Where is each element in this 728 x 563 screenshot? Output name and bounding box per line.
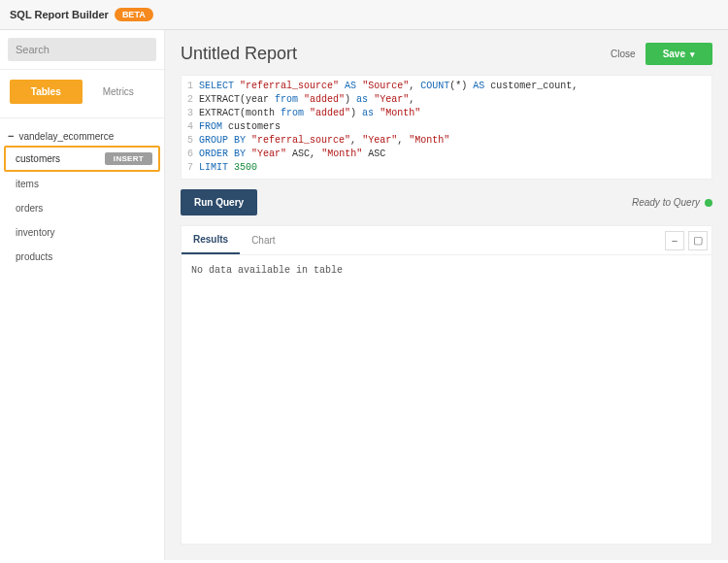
table-label: items xyxy=(16,179,39,189)
search-container xyxy=(0,30,164,70)
insert-button[interactable]: INSERT xyxy=(105,152,152,165)
table-item-products[interactable]: products xyxy=(0,245,164,269)
table-item-inventory[interactable]: inventory xyxy=(0,220,164,245)
report-title[interactable]: Untitled Report xyxy=(181,44,297,64)
no-data-message: No data available in table xyxy=(182,255,711,285)
line-gutter: 1234567 xyxy=(182,80,199,175)
chevron-down-icon: ▾ xyxy=(690,50,695,59)
sidebar: Tables Metrics − vandelay_ecommerce cust… xyxy=(0,30,165,560)
tab-metrics[interactable]: Metrics xyxy=(83,80,155,104)
app-header: SQL Report Builder BETA xyxy=(0,0,728,30)
status-text: Ready to Query xyxy=(632,197,700,208)
sql-code[interactable]: SELECT "referral_source" AS "Source", CO… xyxy=(199,80,711,175)
table-label: customers xyxy=(16,153,60,164)
beta-badge: BETA xyxy=(115,8,153,21)
status-dot-icon xyxy=(705,199,712,207)
table-label: orders xyxy=(16,203,43,214)
table-item-items[interactable]: items xyxy=(0,172,164,196)
results-panel: Results Chart − ▢ No data available in t… xyxy=(181,225,712,545)
collapse-icon: − xyxy=(8,130,14,142)
minimize-icon[interactable]: − xyxy=(665,231,684,250)
database-group-header[interactable]: − vandelay_ecommerce xyxy=(0,117,164,146)
table-item-customers[interactable]: customers INSERT xyxy=(4,146,160,172)
toolbar-actions: Close Save ▾ xyxy=(611,43,712,65)
layout: Tables Metrics − vandelay_ecommerce cust… xyxy=(0,30,728,560)
save-button[interactable]: Save ▾ xyxy=(645,43,712,65)
close-button[interactable]: Close xyxy=(611,49,636,59)
sidebar-tabs: Tables Metrics xyxy=(0,70,164,112)
tab-tables[interactable]: Tables xyxy=(10,80,83,104)
tab-results[interactable]: Results xyxy=(182,226,240,254)
database-name: vandelay_ecommerce xyxy=(18,131,114,142)
fullscreen-icon[interactable]: ▢ xyxy=(688,231,708,250)
save-label: Save xyxy=(663,49,685,59)
sql-editor[interactable]: 1234567 SELECT "referral_source" AS "Sou… xyxy=(181,75,712,180)
tab-chart[interactable]: Chart xyxy=(240,227,286,253)
table-label: products xyxy=(16,251,52,262)
app-title: SQL Report Builder xyxy=(10,9,109,20)
table-label: inventory xyxy=(16,227,55,238)
run-bar: Run Query Ready to Query xyxy=(165,180,728,225)
results-tabs: Results Chart − ▢ xyxy=(182,226,711,255)
table-list: customers INSERT items orders inventory … xyxy=(0,146,164,269)
report-toolbar: Untitled Report Close Save ▾ xyxy=(165,30,728,75)
table-item-orders[interactable]: orders xyxy=(0,196,164,220)
query-status: Ready to Query xyxy=(632,197,712,208)
search-input[interactable] xyxy=(8,38,156,61)
run-query-button[interactable]: Run Query xyxy=(181,189,257,215)
main-panel: Untitled Report Close Save ▾ 1234567 SEL… xyxy=(165,30,728,560)
